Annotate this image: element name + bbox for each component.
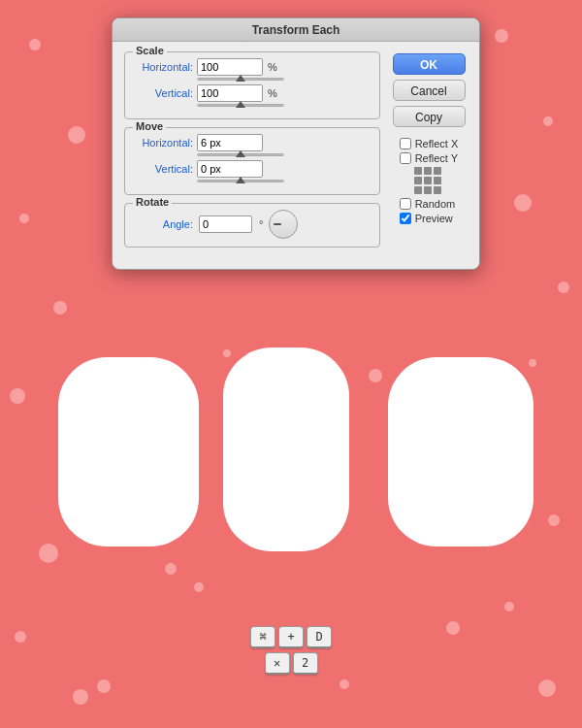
- move-vertical-thumb: [236, 177, 245, 183]
- scale-horizontal-thumb: [236, 75, 245, 82]
- move-horizontal-slider-row: [133, 153, 372, 156]
- move-horizontal-row: Horizontal:: [133, 134, 372, 151]
- rotate-dial[interactable]: [269, 210, 298, 239]
- reflect-y-checkbox[interactable]: [400, 152, 411, 164]
- options-section: Reflect X Reflect Y: [400, 138, 459, 227]
- ok-button[interactable]: OK: [393, 53, 466, 75]
- move-horizontal-input[interactable]: [197, 134, 263, 151]
- rotate-angle-label: Angle:: [133, 218, 193, 230]
- keyboard-shortcut-area: ⌘ + D ✕ 2: [250, 626, 332, 675]
- random-row: Random: [400, 198, 459, 210]
- 2-key: 2: [293, 652, 318, 675]
- cmd-key: ⌘: [250, 626, 275, 648]
- scale-vertical-label: Vertical:: [133, 87, 193, 99]
- white-shape: [58, 357, 199, 546]
- preview-checkbox[interactable]: [400, 213, 411, 224]
- move-horizontal-label: Horizontal:: [133, 137, 193, 149]
- move-horizontal-slider[interactable]: [197, 153, 284, 156]
- white-shape: [388, 357, 534, 546]
- scale-vertical-unit: %: [268, 87, 277, 99]
- reflect-y-label: Reflect Y: [415, 152, 458, 164]
- move-vertical-label: Vertical:: [133, 163, 193, 175]
- rotate-row: Angle: °: [133, 210, 372, 239]
- scale-section: Scale Horizontal: % Vertical: %: [124, 51, 380, 119]
- rotate-angle-input[interactable]: [199, 215, 252, 233]
- reflect-x-checkbox[interactable]: [400, 138, 411, 149]
- scale-horizontal-slider-row: [133, 78, 372, 81]
- rotate-label: Rotate: [133, 196, 172, 208]
- preview-row: Preview: [400, 213, 459, 224]
- dialog-left-panel: Scale Horizontal: % Vertical: %: [124, 51, 380, 255]
- move-horizontal-thumb: [236, 150, 245, 157]
- dialog-titlebar: Transform Each: [113, 18, 479, 42]
- move-label: Move: [133, 120, 166, 132]
- keyboard-row-2: ✕ 2: [265, 652, 318, 675]
- scale-horizontal-input[interactable]: [197, 58, 263, 76]
- move-vertical-row: Vertical:: [133, 160, 372, 178]
- cancel-button[interactable]: Cancel: [393, 80, 466, 101]
- keyboard-row-1: ⌘ + D: [250, 626, 332, 648]
- dialog-right-panel: OK Cancel Copy Reflect X Reflect Y: [390, 51, 468, 255]
- scale-vertical-input[interactable]: [197, 84, 263, 102]
- scale-horizontal-row: Horizontal: %: [133, 58, 372, 76]
- reflect-x-row: Reflect X: [400, 138, 459, 149]
- scale-vertical-slider-row: [133, 104, 372, 107]
- reflect-x-label: Reflect X: [415, 138, 459, 149]
- plus-key: +: [278, 626, 304, 648]
- grid-icon: [414, 167, 443, 196]
- scale-label: Scale: [133, 45, 167, 56]
- move-vertical-slider-row: [133, 180, 372, 182]
- random-checkbox[interactable]: [400, 198, 411, 210]
- transform-each-dialog: Transform Each Scale Horizontal: % Verti: [112, 17, 480, 270]
- dialog-title: Transform Each: [252, 23, 340, 37]
- move-vertical-slider[interactable]: [197, 180, 284, 182]
- preview-label: Preview: [415, 213, 453, 224]
- d-key: D: [307, 626, 332, 648]
- rotate-section: Rotate Angle: °: [124, 203, 380, 248]
- white-shape: [223, 347, 349, 551]
- scale-vertical-row: Vertical: %: [133, 84, 372, 102]
- move-section: Move Horizontal: Vertical:: [124, 127, 380, 195]
- scale-vertical-thumb: [236, 101, 245, 108]
- reflect-y-row: Reflect Y: [400, 152, 459, 164]
- rotate-angle-unit: °: [259, 218, 263, 230]
- x-key: ✕: [265, 652, 290, 675]
- scale-horizontal-unit: %: [268, 61, 277, 73]
- copy-button[interactable]: Copy: [393, 106, 466, 127]
- scale-horizontal-label: Horizontal:: [133, 61, 193, 73]
- scale-vertical-slider[interactable]: [197, 104, 284, 107]
- scale-horizontal-slider[interactable]: [197, 78, 284, 81]
- random-label: Random: [415, 198, 456, 210]
- move-vertical-input[interactable]: [197, 160, 263, 178]
